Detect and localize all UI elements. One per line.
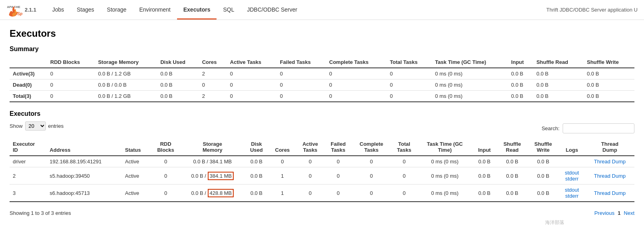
show-label: Show <box>10 123 23 129</box>
summary-title: Summary <box>10 46 634 53</box>
summary-col-active: Active Tasks <box>227 57 277 68</box>
executors-table: ExecutorID Address Status RDDBlocks Stor… <box>10 139 634 202</box>
thread-dump-link[interactable]: Thread Dump <box>594 159 625 165</box>
page-title: Executors <box>10 28 634 39</box>
executor-logs-cell <box>559 156 585 167</box>
spark-logo-icon: APACHE Spark <box>6 3 22 17</box>
log-link-stdout[interactable]: stdout <box>565 170 579 176</box>
executor-status-cell: Active <box>122 185 151 202</box>
summary-table: RDD Blocks Storage Memory Disk Used Core… <box>10 57 634 102</box>
pagination-current-page: 1 <box>618 210 620 216</box>
col-rdd-blocks: RDDBlocks <box>151 139 181 156</box>
executor-row: 3s6.hadoop:45713Active00.0 B / 428.8 MB0… <box>10 185 634 202</box>
col-active-tasks: ActiveTasks <box>296 139 324 156</box>
nav-item-executors[interactable]: Executors <box>177 1 217 20</box>
executor-id-cell: 3 <box>10 185 47 202</box>
summary-col-label <box>10 57 47 68</box>
pagination-row: Showing 1 to 3 of 3 entries Previous 1 N… <box>10 210 634 216</box>
summary-col-total: Total Tasks <box>387 57 432 68</box>
col-storage-memory: StorageMemory <box>181 139 244 156</box>
summary-col-failed: Failed Tasks <box>277 57 326 68</box>
executor-thread-dump-cell: Thread Dump <box>585 185 634 202</box>
executor-id-cell: 2 <box>10 167 47 185</box>
executor-storage-cell: 0.0 B / 384.1 MB <box>181 167 244 185</box>
executor-row: 2s5.hadoop:39450Active00.0 B / 384.1 MB0… <box>10 167 634 185</box>
col-address: Address <box>47 139 122 156</box>
col-cores: Cores <box>269 139 296 156</box>
col-failed-tasks: FailedTasks <box>324 139 352 156</box>
col-executor-id: ExecutorID <box>10 139 47 156</box>
executor-storage-cell: 0.0 B / 384.1 MB <box>181 156 244 167</box>
summary-col-tasktime: Task Time (GC Time) <box>432 57 508 68</box>
summary-col-shufflewrite: Shuffle Write <box>584 57 634 68</box>
col-disk-used: DiskUsed <box>244 139 269 156</box>
col-task-time: Task Time (GCTime) <box>418 139 472 156</box>
thread-dump-link[interactable]: Thread Dump <box>594 190 625 196</box>
nav-item-sql[interactable]: SQL <box>217 1 240 20</box>
executor-status-cell: Active <box>122 167 151 185</box>
brand: APACHE Spark 2.1.1 <box>6 3 36 17</box>
nav-item-jobs[interactable]: Jobs <box>46 1 71 20</box>
nav-item-jdbc[interactable]: JDBC/ODBC Server <box>240 1 303 20</box>
executor-row: driver192.168.88.195:41291Active00.0 B /… <box>10 156 634 167</box>
summary-row: Dead(0)00.0 B / 0.0 B0.0 B000000 ms (0 m… <box>10 79 634 91</box>
log-link-stderr[interactable]: stderr <box>565 193 579 199</box>
col-thread-dump: ThreadDump <box>585 139 634 156</box>
app-name: Thrift JDBC/ODBC Server application U <box>546 7 638 13</box>
executor-thread-dump-cell: Thread Dump <box>585 167 634 185</box>
executor-thread-dump-cell: Thread Dump <box>585 156 634 167</box>
executors-title: Executors <box>10 110 634 117</box>
executor-storage-cell: 0.0 B / 428.8 MB <box>181 185 244 202</box>
col-logs: Logs <box>559 139 585 156</box>
col-shuffle-write: ShuffleWrite <box>528 139 559 156</box>
search-label: Search: <box>542 125 559 131</box>
pagination-previous[interactable]: Previous <box>594 210 614 216</box>
executor-address-cell: s5.hadoop:39450 <box>47 167 122 185</box>
col-total-tasks: TotalTasks <box>391 139 418 156</box>
spark-logo: APACHE Spark 2.1.1 <box>6 3 36 17</box>
summary-col-input: Input <box>508 57 533 68</box>
entries-label: entries <box>48 123 64 129</box>
nav-item-environment[interactable]: Environment <box>133 1 177 20</box>
page-content: Executors Summary RDD Blocks Storage Mem… <box>0 20 644 224</box>
thread-dump-link[interactable]: Thread Dump <box>594 173 625 179</box>
summary-col-cores: Cores <box>199 57 227 68</box>
executor-logs-cell: stdoutstderr <box>559 167 585 185</box>
summary-col-complete: Complete Tasks <box>326 57 387 68</box>
show-select[interactable]: 20 50 100 <box>25 121 46 131</box>
executor-address-cell: 192.168.88.195:41291 <box>47 156 122 167</box>
col-input: Input <box>472 139 497 156</box>
svg-text:Spark: Spark <box>17 11 22 16</box>
summary-col-rdd: RDD Blocks <box>47 57 95 68</box>
executor-id-cell: driver <box>10 156 47 167</box>
col-status: Status <box>122 139 151 156</box>
navbar: APACHE Spark 2.1.1 Jobs Stages Storage E… <box>0 0 644 20</box>
col-complete-tasks: CompleteTasks <box>352 139 391 156</box>
spark-version: 2.1.1 <box>25 7 36 13</box>
nav-item-stages[interactable]: Stages <box>71 1 101 20</box>
col-shuffle-read: ShuffleRead <box>497 139 528 156</box>
nav-links: Jobs Stages Storage Environment Executor… <box>46 1 546 19</box>
summary-row: Active(3)00.0 B / 1.2 GB0.0 B200000 ms (… <box>10 68 634 79</box>
search-container: Search: <box>542 123 634 133</box>
summary-col-shuffleread: Shuffle Read <box>533 57 584 68</box>
executor-address-cell: s6.hadoop:45713 <box>47 185 122 202</box>
pagination-next[interactable]: Next <box>624 210 634 216</box>
executor-status-cell: Active <box>122 156 151 167</box>
log-link-stdout[interactable]: stdout <box>565 187 579 193</box>
executor-logs-cell: stdoutstderr <box>559 185 585 202</box>
summary-col-disk: Disk Used <box>157 57 199 68</box>
summary-col-storage: Storage Memory <box>95 57 157 68</box>
log-link-stderr[interactable]: stderr <box>565 176 579 182</box>
pagination-controls: Previous 1 Next <box>594 210 634 216</box>
nav-item-storage[interactable]: Storage <box>100 1 133 20</box>
summary-row: Total(3)00.0 B / 1.2 GB0.0 B200000 ms (0… <box>10 91 634 102</box>
search-input[interactable] <box>563 123 634 133</box>
show-entries: Show 20 50 100 entries <box>10 121 64 131</box>
search-row: Show 20 50 100 entries Search: <box>10 121 634 135</box>
pagination-showing: Showing 1 to 3 of 3 entries <box>10 210 71 216</box>
